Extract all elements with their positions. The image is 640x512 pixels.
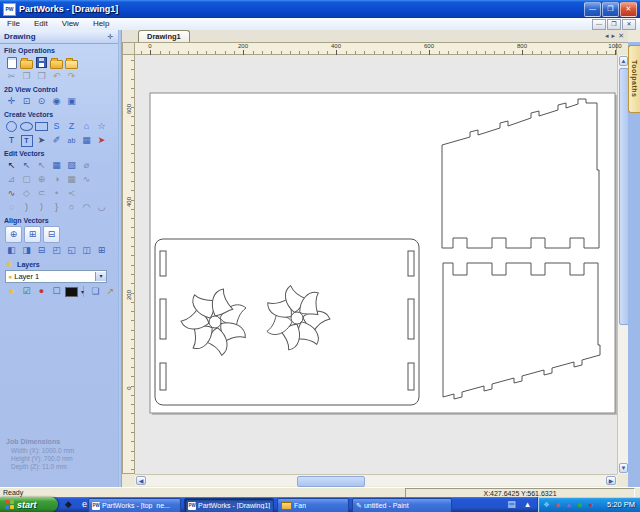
distort-icon[interactable]: ∿ bbox=[80, 173, 93, 186]
chevron-down-icon[interactable]: ▾ bbox=[95, 272, 106, 281]
convert-text-icon[interactable]: ab bbox=[65, 134, 78, 147]
layer-colour-icon[interactable] bbox=[65, 285, 78, 298]
close-curve-icon[interactable]: ◡ bbox=[95, 201, 108, 214]
zoom-drawing-icon[interactable]: ⊙ bbox=[35, 95, 48, 108]
draw-polyline-icon[interactable]: Z bbox=[65, 120, 78, 133]
layer-lock-icon[interactable]: ● bbox=[35, 285, 48, 298]
minimize-button[interactable]: — bbox=[584, 2, 601, 17]
tab-drawing1[interactable]: Drawing1 bbox=[138, 30, 190, 42]
select-text-icon[interactable]: ➤ bbox=[35, 134, 48, 147]
snap-guides-icon[interactable]: ▧ bbox=[65, 159, 78, 172]
select-vectors-icon[interactable]: ↖ bbox=[5, 159, 18, 172]
measure-tool-icon[interactable]: ⌀ bbox=[80, 159, 93, 172]
save-file-icon[interactable] bbox=[35, 56, 48, 69]
tab-prev-button[interactable]: ◂ bbox=[605, 32, 609, 40]
undo-icon[interactable]: ↶ bbox=[50, 70, 63, 83]
redo-icon[interactable]: ↷ bbox=[65, 70, 78, 83]
cut-vector-icon[interactable]: ⊂ bbox=[35, 187, 48, 200]
join-vectors-icon[interactable]: ◇ bbox=[20, 187, 33, 200]
scroll-right-button[interactable]: ▶ bbox=[606, 476, 616, 485]
mdi-minimize-button[interactable]: — bbox=[592, 19, 606, 30]
scroll-left-button[interactable]: ◀ bbox=[136, 476, 146, 485]
array-copy-icon[interactable]: ▦ bbox=[80, 134, 93, 147]
tray-icon-2-icon[interactable]: ◈ bbox=[553, 498, 562, 511]
align-right-icon[interactable]: ◨ bbox=[20, 244, 33, 257]
align-left-icon[interactable]: ◧ bbox=[5, 244, 18, 257]
drawing-canvas[interactable] bbox=[135, 55, 617, 474]
draw-curve-icon[interactable]: S bbox=[50, 120, 63, 133]
copy-icon[interactable]: ❐ bbox=[20, 70, 33, 83]
slot[interactable] bbox=[408, 299, 414, 339]
scroll-down-button[interactable]: ▼ bbox=[619, 463, 628, 473]
move-vectors-icon[interactable]: ⊕ bbox=[35, 173, 48, 186]
mirror-vectors-icon[interactable]: ◑ bbox=[50, 173, 63, 186]
text-on-curve-icon[interactable]: ✐ bbox=[50, 134, 63, 147]
draw-ellipse-icon[interactable] bbox=[20, 120, 33, 133]
tab-close-button[interactable]: ✕ bbox=[618, 32, 624, 40]
switch-view-icon[interactable]: ▣ bbox=[65, 95, 78, 108]
subtract-vectors-icon[interactable]: ) bbox=[20, 201, 33, 214]
slot[interactable] bbox=[160, 363, 166, 390]
draw-circle-icon[interactable] bbox=[5, 120, 18, 133]
move-to-layer-icon[interactable]: ↗ bbox=[104, 285, 117, 298]
node-edit-icon[interactable]: ↖ bbox=[20, 159, 33, 172]
spread-evenly-icon[interactable]: ⊞ bbox=[95, 244, 108, 257]
fillet-tool-icon[interactable]: ∿ bbox=[5, 187, 18, 200]
mdi-restore-button[interactable]: ❐ bbox=[607, 19, 621, 30]
layer-unassigned-icon[interactable]: ☐ bbox=[50, 285, 63, 298]
task-button-partworks-top-ne[interactable]: PWPartWorks - [top_ne... bbox=[88, 498, 181, 512]
draw-rectangle-icon[interactable] bbox=[35, 120, 48, 133]
tray-icon-3-icon[interactable]: ▲ bbox=[564, 498, 573, 511]
hide-icons-icon[interactable]: ▴ bbox=[521, 498, 534, 511]
task-button-partworks-drawing1[interactable]: PWPartWorks - [Drawing1] bbox=[184, 498, 274, 512]
align-bottom-icon[interactable]: ◱ bbox=[65, 244, 78, 257]
open-curve-icon[interactable]: ◠ bbox=[80, 201, 93, 214]
scale-vectors-icon[interactable]: ⊿ bbox=[5, 173, 18, 186]
paste-icon[interactable]: ❒ bbox=[35, 70, 48, 83]
tab-next-button[interactable]: ▸ bbox=[612, 32, 616, 40]
align-horizontal-icon[interactable]: ⊞ bbox=[24, 226, 41, 243]
trim-vectors-icon[interactable]: } bbox=[50, 201, 63, 214]
align-center-v-icon[interactable]: ◫ bbox=[80, 244, 93, 257]
arc-fit-icon[interactable]: ≺ bbox=[65, 187, 78, 200]
block-array-icon[interactable]: ▦ bbox=[65, 173, 78, 186]
edit-box-icon[interactable]: ▢ bbox=[20, 173, 33, 186]
vertical-scrollbar[interactable]: ▲ ▼ bbox=[617, 55, 628, 474]
close-button[interactable]: ✕ bbox=[620, 2, 637, 17]
cut-icon[interactable]: ✂ bbox=[5, 70, 18, 83]
restore-button[interactable]: ❐ bbox=[602, 2, 619, 17]
menu-file[interactable]: File bbox=[0, 19, 27, 28]
menu-view[interactable]: View bbox=[55, 19, 86, 28]
union-vectors-icon[interactable]: ○ bbox=[65, 201, 78, 214]
draw-polygon-icon[interactable]: ⌂ bbox=[80, 120, 93, 133]
center-in-material-icon[interactable]: ⊕ bbox=[5, 226, 22, 243]
new-file-icon[interactable] bbox=[5, 56, 18, 69]
weld-vectors-icon[interactable]: ◌ bbox=[5, 201, 18, 214]
tray-icon-5-icon[interactable]: ● bbox=[586, 498, 595, 511]
mdi-close-button[interactable]: ✕ bbox=[622, 19, 636, 30]
layer-visibility-icon[interactable]: ● bbox=[5, 285, 18, 298]
draw-star-icon[interactable]: ☆ bbox=[95, 120, 108, 133]
align-center-h-icon[interactable]: ⊟ bbox=[35, 244, 48, 257]
slot[interactable] bbox=[408, 363, 414, 390]
menu-edit[interactable]: Edit bbox=[27, 19, 55, 28]
pin-icon[interactable]: ✛ bbox=[107, 33, 118, 41]
edit-points-icon[interactable]: ↖ bbox=[35, 159, 48, 172]
menu-help[interactable]: Help bbox=[86, 19, 116, 28]
tray-icon-4-icon[interactable]: ◆ bbox=[575, 498, 584, 511]
export-vectors-icon[interactable] bbox=[65, 56, 78, 69]
import-vectors-icon[interactable] bbox=[50, 56, 63, 69]
task-button-untitled-paint[interactable]: ✎untitled - Paint bbox=[352, 498, 452, 512]
draw-text-icon[interactable]: T bbox=[5, 134, 18, 147]
text-box-icon[interactable]: T bbox=[20, 134, 33, 147]
horizontal-scroll-thumb[interactable] bbox=[297, 476, 365, 487]
task-button-fan[interactable]: Fan bbox=[277, 498, 349, 512]
insert-node-icon[interactable]: • bbox=[50, 187, 63, 200]
layer-active-icon[interactable]: ☑ bbox=[20, 285, 33, 298]
zoom-selected-icon[interactable]: ◉ bbox=[50, 95, 63, 108]
slot[interactable] bbox=[160, 251, 166, 276]
layer-dropdown[interactable]: ● Layer 1 ▾ bbox=[5, 270, 107, 283]
scroll-up-button[interactable]: ▲ bbox=[619, 56, 628, 66]
align-top-icon[interactable]: ◰ bbox=[50, 244, 63, 257]
merge-layers-icon[interactable]: ❏ bbox=[89, 285, 102, 298]
